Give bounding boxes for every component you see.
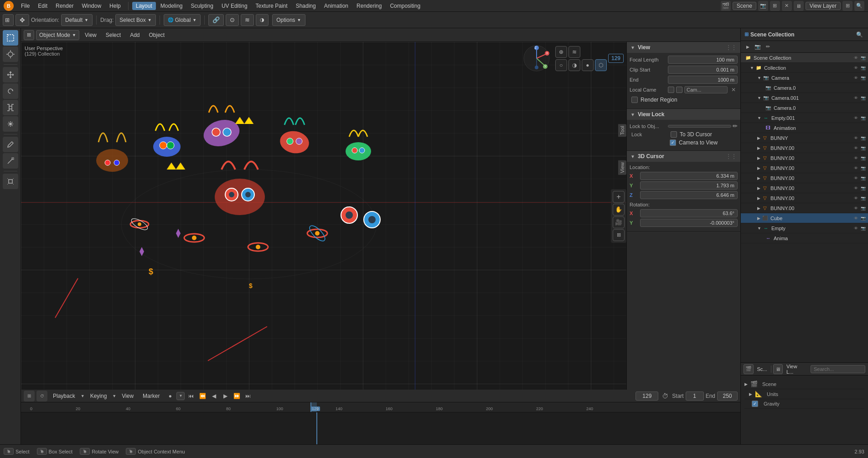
scene-triangle[interactable]: ▶	[744, 382, 748, 386]
overlay-toggle-btn[interactable]: ≋	[568, 46, 580, 58]
time-icon-btn[interactable]: ⏱	[660, 391, 670, 401]
material-shading-btn[interactable]: ◑	[568, 59, 580, 71]
object-mode-select[interactable]: Object Mode ▼	[36, 30, 79, 40]
cursor-header[interactable]: ▼ 3D Cursor ⋮⋮	[627, 151, 740, 162]
b5-render-btn[interactable]: 📷	[860, 185, 866, 191]
timeline-icon-btn[interactable]: ⏱	[36, 391, 47, 401]
b2-eye-btn[interactable]: 👁	[852, 155, 859, 161]
rmb-key[interactable]: 🖱	[80, 448, 90, 455]
scene-name-input[interactable]: Scene	[733, 2, 756, 10]
grid-nav-btn[interactable]: ⊞	[613, 229, 625, 241]
measure-tool-btn[interactable]	[3, 153, 18, 169]
keying-dropdown[interactable]: ▼	[112, 394, 116, 398]
outliner-empty001[interactable]: ▼ ↔ Empty.001 👁 📷	[741, 113, 868, 123]
camera-expand[interactable]: ▼	[757, 76, 761, 80]
timeline-track-area[interactable]	[21, 412, 740, 444]
view-tab[interactable]: View	[618, 160, 626, 175]
outliner-anima[interactable]: ↔ Anima	[741, 233, 868, 243]
axis-widget[interactable]: Z X Y	[523, 45, 550, 72]
cam-render-btn[interactable]: 📷	[860, 75, 866, 81]
select-menu[interactable]: Select	[102, 31, 124, 40]
key-type-btn[interactable]: ▼	[176, 392, 185, 400]
b1-render-btn[interactable]: 📷	[860, 145, 866, 151]
render-icon[interactable]: 📷	[758, 1, 768, 11]
outliner-bunny-00-4[interactable]: ▶ ▽ BUNNY.00 👁📷	[741, 173, 868, 183]
outliner-bunny-00-1[interactable]: ▶ ▽ BUNNY.00 👁📷	[741, 143, 868, 153]
outliner-camera-parent[interactable]: ▼ 📷 Camera 👁 📷	[741, 73, 868, 83]
outliner-bunny[interactable]: ▶ ▽ BUNNY 👁 📷	[741, 133, 868, 143]
blender-logo[interactable]: B	[4, 1, 14, 11]
empty001-render-btn[interactable]: 📷	[860, 115, 866, 121]
outliner-camera-0[interactable]: 📷 Camera.0	[741, 83, 868, 93]
menu-texture-paint[interactable]: Texture Paint	[252, 2, 291, 10]
end-frame-input[interactable]: 250	[717, 391, 738, 401]
add-menu[interactable]: Add	[126, 31, 143, 40]
cursor-z-value[interactable]: 6.646 m	[640, 191, 738, 199]
bunny-render-btn[interactable]: 📷	[860, 135, 866, 141]
lock-to-obj-value[interactable]	[668, 125, 731, 128]
tool-tab[interactable]: Tool	[618, 124, 626, 137]
b1-expand[interactable]: ▶	[757, 146, 760, 150]
menu-layout[interactable]: Layout	[132, 2, 156, 10]
snap-btn[interactable]: 🔗	[208, 14, 224, 26]
outliner-bunny-00-6[interactable]: ▶ ▽ BUNNY.00 👁📷	[741, 193, 868, 203]
step-forward-btn[interactable]: ⏩	[232, 391, 242, 401]
keying-menu[interactable]: Keying	[87, 391, 111, 401]
collection-expand[interactable]: ▼	[750, 66, 754, 70]
global-select[interactable]: 🌐 Global ▼	[164, 14, 201, 26]
outliner-bunny-00-5[interactable]: ▶ ▽ BUNNY.00 👁📷	[741, 183, 868, 193]
camera-to-view-checkbox[interactable]: ✓	[670, 139, 676, 146]
local-came-clear-btn[interactable]: ✕	[729, 86, 738, 94]
proportional-btn[interactable]: ⊙	[226, 14, 239, 26]
viewport-3d[interactable]: $ $	[21, 42, 626, 390]
expand-icon[interactable]: ⊞	[770, 1, 780, 11]
outliner-filter-icon[interactable]: ▶	[744, 43, 752, 51]
gravity-checkbox[interactable]: ✓	[752, 401, 758, 407]
scene-row[interactable]: ▶ 🎬 Scene	[744, 379, 864, 389]
orientation-select[interactable]: Default ▼	[61, 14, 93, 26]
rot-y-value[interactable]: -0.000003°	[640, 219, 738, 227]
close-icon[interactable]: ✕	[782, 1, 792, 11]
menu-shading[interactable]: Shading	[292, 2, 320, 10]
grab-move-btn[interactable]: ✥	[16, 14, 29, 26]
outliner-camera-0b[interactable]: 📷 Camera.0	[741, 103, 868, 113]
outliner-edit-filter[interactable]: ✏	[764, 43, 772, 51]
empty-render-btn[interactable]: 📷	[860, 225, 866, 232]
expand2-icon[interactable]: ⊞	[842, 1, 852, 11]
b2-render-btn[interactable]: 📷	[860, 155, 866, 161]
scene-icon[interactable]: 🎬	[721, 1, 731, 11]
units-triangle[interactable]: ▶	[749, 392, 752, 396]
jump-end-btn[interactable]: ⏭	[243, 391, 253, 401]
view-lock-header[interactable]: ▼ View Lock	[627, 109, 740, 120]
to-3d-cursor-checkbox[interactable]	[671, 131, 677, 138]
menu-edit[interactable]: Edit	[34, 2, 51, 10]
empty001-eye-btn[interactable]: 👁	[852, 115, 859, 121]
n-panel-scrollbar[interactable]	[737, 232, 740, 390]
solid-shading-btn[interactable]: ○	[555, 59, 567, 71]
jump-start-btn[interactable]: ⏮	[186, 391, 196, 401]
rmb-context-key[interactable]: 🖱	[126, 448, 136, 455]
menu-rendering[interactable]: Rendering	[353, 2, 385, 10]
vis-eye-btn[interactable]: 👁	[852, 55, 859, 61]
select-tool-btn[interactable]	[3, 30, 18, 46]
bunny-expand[interactable]: ▶	[757, 136, 760, 140]
outliner-bunny-00-3[interactable]: ▶ ▽ BUNNY.00 👁📷	[741, 163, 868, 173]
menu-window[interactable]: Window	[78, 2, 105, 10]
outliner-cube[interactable]: ▶ ⬛ Cube 👁 📷	[741, 213, 868, 223]
camera-nav-btn[interactable]: 🎥	[613, 216, 625, 228]
view-menu-tl[interactable]: View	[118, 391, 137, 401]
end-value[interactable]: 1000 m	[668, 76, 738, 84]
cursor-dots[interactable]: ⋮⋮	[726, 153, 737, 160]
cursor-tool-btn[interactable]	[3, 46, 18, 62]
bunny-eye-btn[interactable]: 👁	[852, 135, 859, 141]
outliner-collection[interactable]: ▼ 📁 Collection 👁 📷	[741, 63, 868, 73]
b4-eye-btn[interactable]: 👁	[852, 175, 859, 181]
rendered-shading-btn[interactable]: ●	[582, 59, 594, 71]
props-scene-btn[interactable]: 🎬	[744, 364, 754, 374]
props-search-input[interactable]	[811, 365, 865, 373]
hand-nav-btn[interactable]: ✋	[613, 204, 625, 216]
cube-eye-btn[interactable]: 👁	[852, 215, 859, 221]
local-came-checkbox[interactable]	[668, 87, 674, 93]
b5-eye-btn[interactable]: 👁	[852, 185, 859, 191]
outliner-scene-collection[interactable]: 📁 Scene Collection 👁 📷	[741, 53, 868, 63]
